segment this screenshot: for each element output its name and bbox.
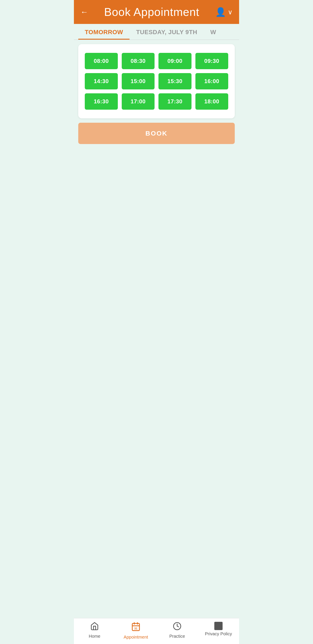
page-title: Book Appointment (104, 6, 199, 18)
content-spacer (78, 148, 235, 614)
header: ← Book Appointment 👤 ∨ (74, 0, 239, 24)
chevron-down-icon: ∨ (228, 8, 233, 16)
time-slot[interactable]: 16:30 (85, 93, 118, 110)
time-slot[interactable]: 14:30 (85, 73, 118, 90)
nav-item-appointment[interactable]: 31 Appointment (115, 622, 156, 640)
avatar-menu[interactable]: 👤 ∨ (215, 7, 233, 17)
book-button[interactable]: BOOK (78, 123, 235, 144)
privacy-icon (214, 622, 223, 630)
nav-label-practice: Practice (169, 634, 185, 639)
tab-tomorrow[interactable]: TOMORROW (78, 24, 130, 40)
nav-item-practice[interactable]: Practice (156, 622, 198, 640)
time-slot[interactable]: 08:30 (122, 53, 155, 69)
time-slot[interactable]: 15:30 (158, 73, 192, 90)
time-slot[interactable]: 16:00 (195, 73, 229, 90)
nav-label-privacy: Privacy Policy (205, 632, 232, 636)
home-icon (90, 622, 99, 632)
bottom-nav: Home 31 Appointment Practice Privacy Pol (74, 618, 239, 644)
nav-item-home[interactable]: Home (74, 622, 115, 640)
time-slot[interactable]: 18:00 (195, 93, 229, 110)
time-slots-card: 08:0008:3009:0009:3014:3015:0015:3016:00… (78, 44, 235, 118)
main-content: 08:0008:3009:0009:3014:3015:0015:3016:00… (74, 40, 239, 618)
nav-item-privacy[interactable]: Privacy Policy (198, 622, 239, 640)
time-slot[interactable]: 08:00 (85, 53, 118, 69)
time-slot[interactable]: 09:30 (195, 53, 229, 69)
time-slot[interactable]: 15:00 (122, 73, 155, 90)
svg-text:31: 31 (134, 627, 137, 630)
tabs-bar: TOMORROW TUESDAY, JULY 9TH W (74, 24, 239, 40)
time-slot[interactable]: 09:00 (158, 53, 192, 69)
time-slot[interactable]: 17:00 (122, 93, 155, 110)
nav-label-appointment: Appointment (124, 635, 148, 640)
nav-label-home: Home (89, 634, 100, 639)
avatar-icon: 👤 (215, 7, 226, 17)
appointment-icon: 31 (131, 622, 141, 633)
time-slot[interactable]: 17:30 (158, 93, 192, 110)
back-button[interactable]: ← (80, 8, 88, 16)
practice-icon (173, 622, 182, 632)
tab-tuesday[interactable]: TUESDAY, JULY 9TH (130, 24, 204, 40)
time-slots-grid: 08:0008:3009:0009:3014:3015:0015:3016:00… (85, 53, 228, 110)
tab-more[interactable]: W (204, 24, 223, 40)
